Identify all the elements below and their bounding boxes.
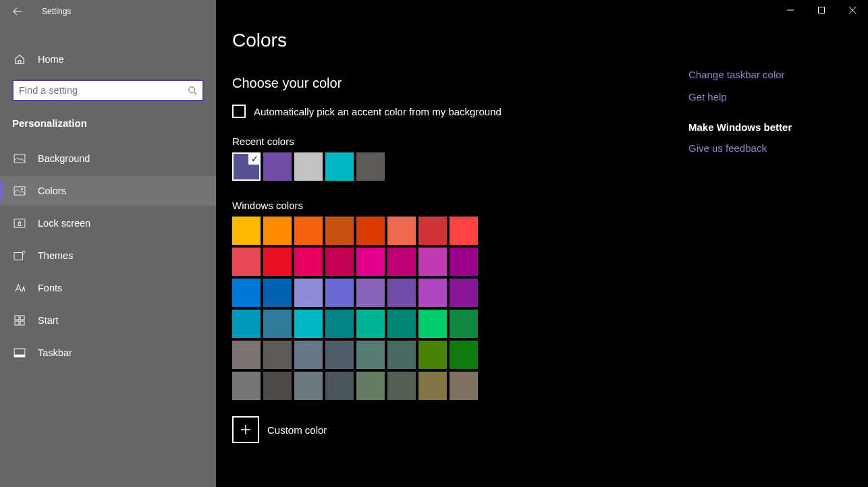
windows-color-swatch[interactable] [356,279,385,307]
windows-color-swatch[interactable] [232,248,261,276]
windows-color-swatch[interactable] [450,372,478,400]
lock-screen-icon [13,219,26,228]
recent-color-swatch[interactable] [356,152,385,181]
main-panel: Colors Choose your color Automatically p… [216,0,868,487]
windows-color-swatch[interactable] [325,341,354,369]
category-heading: Personalization [0,101,216,141]
home-icon [13,53,26,65]
sidebar-item-label: Start [38,315,59,326]
sidebar-item-label: Themes [38,250,73,261]
windows-color-swatch[interactable] [294,217,323,245]
sidebar-item-themes[interactable]: Themes [0,241,216,270]
windows-color-swatch[interactable] [325,372,354,400]
search-input[interactable] [19,85,188,96]
windows-color-swatch[interactable] [294,310,323,338]
windows-color-swatch[interactable] [418,248,447,276]
sidebar-item-start[interactable]: Start [0,306,216,335]
windows-color-swatch[interactable] [232,217,261,245]
sidebar: Settings Home Personalization Background… [0,0,216,487]
choose-color-heading: Choose your color [232,76,678,91]
windows-color-swatch[interactable] [232,310,261,338]
windows-color-swatch[interactable] [387,248,416,276]
close-button[interactable] [837,0,868,20]
windows-color-swatch[interactable] [418,217,447,245]
windows-color-swatch[interactable] [232,279,261,307]
windows-color-swatch[interactable] [387,217,416,245]
windows-color-swatch[interactable] [387,279,416,307]
recent-colors-label: Recent colors [232,136,678,147]
recent-color-swatch[interactable] [294,152,323,181]
windows-color-swatch[interactable] [387,341,416,369]
windows-color-swatch[interactable] [356,248,385,276]
svg-rect-6 [14,253,22,260]
svg-rect-8 [20,316,24,320]
check-icon: ✓ [248,152,261,165]
recent-color-swatch[interactable] [263,152,292,181]
make-windows-better-heading: Make Windows better [688,121,792,133]
svg-rect-13 [819,7,825,13]
sidebar-item-label: Fonts [38,283,62,293]
palette-icon [13,186,26,196]
windows-color-swatch[interactable] [356,372,385,400]
sidebar-item-label: Taskbar [38,347,72,358]
windows-color-swatch[interactable] [418,341,447,369]
sidebar-item-colors[interactable]: Colors [0,176,216,206]
minimize-button[interactable] [775,0,806,20]
auto-pick-checkbox[interactable] [232,105,246,118]
auto-pick-row[interactable]: Automatically pick an accent color from … [232,105,678,118]
windows-color-swatch[interactable] [325,248,354,276]
windows-color-swatch[interactable] [450,341,478,369]
sidebar-item-taskbar[interactable]: Taskbar [0,338,216,368]
windows-color-swatch[interactable] [263,372,292,400]
windows-color-swatch[interactable] [325,217,354,245]
svg-point-0 [189,87,195,93]
windows-color-swatch[interactable] [294,341,323,369]
windows-color-swatch[interactable] [232,372,261,400]
windows-color-swatch[interactable] [263,310,292,338]
maximize-button[interactable] [806,0,837,20]
sidebar-header: Settings [0,0,216,23]
recent-color-swatch[interactable] [325,152,354,181]
windows-color-swatch[interactable] [294,372,323,400]
windows-color-swatch[interactable] [294,248,323,276]
windows-color-swatch[interactable] [294,279,323,307]
recent-colors-row: ✓ [232,152,678,181]
windows-color-swatch[interactable] [356,310,385,338]
get-help-link[interactable]: Get help [688,91,792,103]
give-feedback-link[interactable]: Give us feedback [688,142,792,154]
windows-color-swatch[interactable] [263,341,292,369]
windows-color-swatch[interactable] [418,310,447,338]
windows-color-swatch[interactable] [356,341,385,369]
themes-icon [13,250,26,261]
windows-color-swatch[interactable] [387,310,416,338]
windows-color-swatch[interactable] [450,217,478,245]
windows-color-swatch[interactable] [418,372,447,400]
svg-rect-4 [14,219,25,227]
page-title: Colors [232,30,678,51]
search-box[interactable] [12,80,204,101]
windows-color-swatch[interactable] [263,248,292,276]
windows-color-swatch[interactable] [325,279,354,307]
sidebar-item-background[interactable]: Background [0,144,216,173]
windows-color-swatch[interactable] [418,279,447,307]
svg-rect-7 [15,316,19,320]
auto-pick-label: Automatically pick an accent color from … [254,106,501,117]
windows-color-swatch[interactable] [232,341,261,369]
back-button[interactable] [12,6,23,17]
windows-color-swatch[interactable] [450,248,478,276]
windows-color-swatch[interactable] [263,217,292,245]
windows-color-swatch[interactable] [263,279,292,307]
home-nav[interactable]: Home [0,45,216,74]
windows-color-swatch[interactable] [356,217,385,245]
windows-color-swatch[interactable] [325,310,354,338]
change-taskbar-color-link[interactable]: Change taskbar color [688,69,792,80]
recent-color-swatch[interactable]: ✓ [232,152,261,181]
windows-color-swatch[interactable] [387,372,416,400]
fonts-icon [13,283,26,293]
custom-color-button[interactable] [232,416,259,443]
sidebar-item-lock-screen[interactable]: Lock screen [0,208,216,238]
related-links: Change taskbar color Get help Make Windo… [678,30,792,443]
sidebar-item-fonts[interactable]: Fonts [0,273,216,303]
windows-color-swatch[interactable] [450,279,478,307]
windows-color-swatch[interactable] [450,310,478,338]
